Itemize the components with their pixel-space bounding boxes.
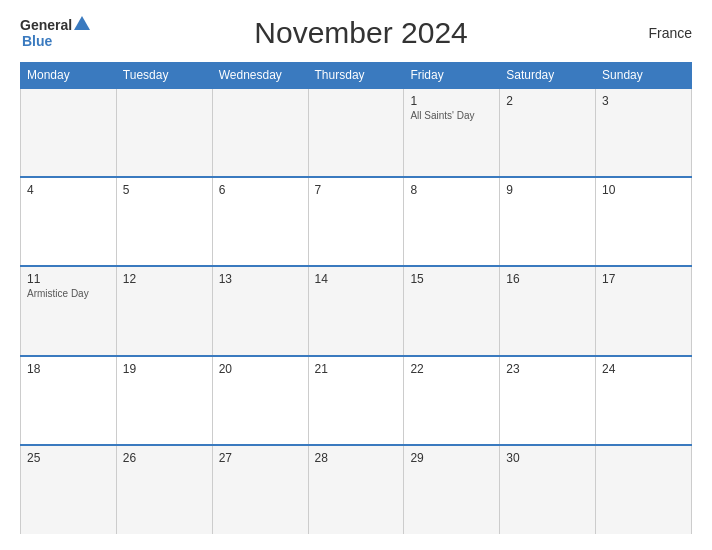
calendar-day-cell: 14 — [308, 266, 404, 355]
calendar-day-cell: 26 — [116, 445, 212, 534]
day-of-week-header: Sunday — [596, 63, 692, 89]
day-of-week-header: Wednesday — [212, 63, 308, 89]
calendar-week-row: 252627282930 — [21, 445, 692, 534]
calendar-table: MondayTuesdayWednesdayThursdayFridaySatu… — [20, 62, 692, 534]
calendar-day-cell: 15 — [404, 266, 500, 355]
day-number: 23 — [506, 362, 589, 376]
logo-blue-text: Blue — [22, 33, 52, 49]
calendar-day-cell — [308, 88, 404, 177]
calendar-day-cell: 17 — [596, 266, 692, 355]
calendar-day-cell: 29 — [404, 445, 500, 534]
day-number: 22 — [410, 362, 493, 376]
calendar-day-cell: 16 — [500, 266, 596, 355]
calendar-day-cell: 7 — [308, 177, 404, 266]
calendar-day-cell: 1All Saints' Day — [404, 88, 500, 177]
day-number: 5 — [123, 183, 206, 197]
day-number: 18 — [27, 362, 110, 376]
day-number: 30 — [506, 451, 589, 465]
calendar-week-row: 11Armistice Day121314151617 — [21, 266, 692, 355]
day-number: 28 — [315, 451, 398, 465]
day-number: 4 — [27, 183, 110, 197]
day-number: 27 — [219, 451, 302, 465]
day-number: 29 — [410, 451, 493, 465]
calendar-week-row: 18192021222324 — [21, 356, 692, 445]
day-of-week-header: Saturday — [500, 63, 596, 89]
calendar-title: November 2024 — [90, 16, 632, 50]
day-of-week-header: Monday — [21, 63, 117, 89]
calendar-day-cell — [596, 445, 692, 534]
day-number: 11 — [27, 272, 110, 286]
calendar-day-cell: 25 — [21, 445, 117, 534]
calendar-day-cell: 23 — [500, 356, 596, 445]
calendar-day-cell: 21 — [308, 356, 404, 445]
day-number: 24 — [602, 362, 685, 376]
calendar-day-cell: 8 — [404, 177, 500, 266]
calendar-day-cell — [212, 88, 308, 177]
holiday-label: All Saints' Day — [410, 110, 493, 121]
day-number: 12 — [123, 272, 206, 286]
country-label: France — [632, 25, 692, 41]
day-number: 26 — [123, 451, 206, 465]
calendar-day-cell: 5 — [116, 177, 212, 266]
day-number: 25 — [27, 451, 110, 465]
day-number: 9 — [506, 183, 589, 197]
day-number: 7 — [315, 183, 398, 197]
day-number: 21 — [315, 362, 398, 376]
day-of-week-header: Friday — [404, 63, 500, 89]
calendar-week-row: 45678910 — [21, 177, 692, 266]
calendar-day-cell: 22 — [404, 356, 500, 445]
day-number: 6 — [219, 183, 302, 197]
day-number: 15 — [410, 272, 493, 286]
day-number: 16 — [506, 272, 589, 286]
calendar-day-cell: 10 — [596, 177, 692, 266]
logo-triangle-icon — [74, 16, 90, 30]
holiday-label: Armistice Day — [27, 288, 110, 299]
day-of-week-header: Thursday — [308, 63, 404, 89]
calendar-day-cell: 4 — [21, 177, 117, 266]
day-number: 14 — [315, 272, 398, 286]
day-number: 2 — [506, 94, 589, 108]
day-number: 3 — [602, 94, 685, 108]
logo: General Blue — [20, 17, 90, 49]
day-number: 10 — [602, 183, 685, 197]
calendar-day-cell: 24 — [596, 356, 692, 445]
calendar-day-cell: 2 — [500, 88, 596, 177]
page-header: General Blue November 2024 France — [20, 16, 692, 50]
calendar-day-cell: 28 — [308, 445, 404, 534]
calendar-day-cell: 3 — [596, 88, 692, 177]
calendar-header-row: MondayTuesdayWednesdayThursdayFridaySatu… — [21, 63, 692, 89]
calendar-week-row: 1All Saints' Day23 — [21, 88, 692, 177]
day-number: 13 — [219, 272, 302, 286]
calendar-day-cell: 13 — [212, 266, 308, 355]
calendar-day-cell: 9 — [500, 177, 596, 266]
day-number: 20 — [219, 362, 302, 376]
day-number: 17 — [602, 272, 685, 286]
day-number: 8 — [410, 183, 493, 197]
calendar-day-cell: 27 — [212, 445, 308, 534]
calendar-day-cell — [21, 88, 117, 177]
calendar-day-cell: 18 — [21, 356, 117, 445]
calendar-day-cell: 11Armistice Day — [21, 266, 117, 355]
day-of-week-header: Tuesday — [116, 63, 212, 89]
calendar-day-cell — [116, 88, 212, 177]
calendar-day-cell: 19 — [116, 356, 212, 445]
calendar-day-cell: 20 — [212, 356, 308, 445]
calendar-day-cell: 30 — [500, 445, 596, 534]
day-number: 1 — [410, 94, 493, 108]
calendar-day-cell: 6 — [212, 177, 308, 266]
day-number: 19 — [123, 362, 206, 376]
logo-general-text: General — [20, 17, 72, 33]
calendar-day-cell: 12 — [116, 266, 212, 355]
